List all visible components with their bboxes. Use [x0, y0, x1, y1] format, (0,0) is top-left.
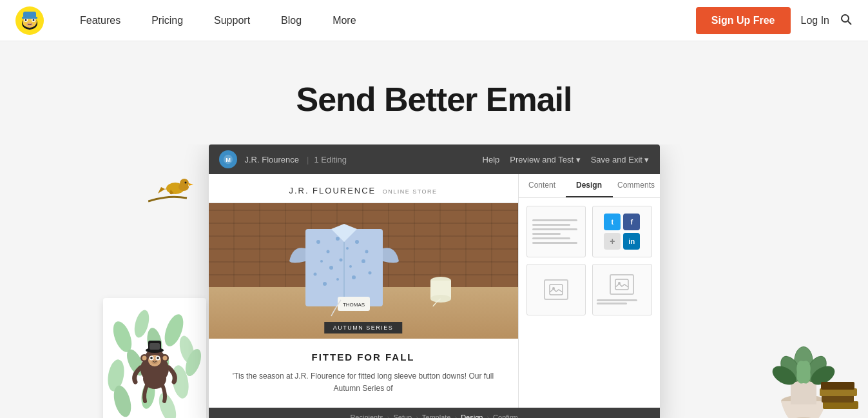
breadcrumb-recipients[interactable]: Recipients [350, 413, 383, 418]
app-editing-status: 1 Editing [314, 155, 347, 164]
svg-point-61 [313, 273, 316, 276]
text-line-4 [532, 233, 561, 235]
svg-point-52 [336, 237, 340, 241]
img-text-line-1 [597, 299, 637, 301]
block-image-text[interactable] [592, 264, 652, 315]
svg-rect-93 [821, 382, 854, 390]
text-line-2 [532, 224, 571, 226]
nav-links: Features Pricing Support Blog More [64, 0, 696, 41]
navbar-right: Sign Up Free Log In [696, 7, 853, 34]
email-brand-header: J.R. Flourence Online Store [209, 174, 518, 203]
svg-rect-44 [149, 343, 160, 350]
svg-text:THOMAS: THOMAS [342, 302, 364, 308]
nav-more[interactable]: More [317, 0, 371, 41]
image-block-preview [527, 264, 586, 315]
tab-design[interactable]: Design [566, 174, 613, 197]
block-image[interactable] [526, 264, 586, 315]
text-line-6 [532, 242, 578, 244]
nav-features[interactable]: Features [64, 0, 136, 41]
svg-point-56 [320, 260, 323, 263]
breadcrumb-design[interactable]: Design [461, 413, 483, 418]
svg-text:M: M [226, 157, 231, 163]
navbar: Features Pricing Support Blog More Sign … [0, 0, 868, 41]
breadcrumb-sep-3: › [454, 413, 457, 418]
image-placeholder [544, 279, 568, 300]
svg-point-51 [326, 250, 329, 254]
nav-pricing[interactable]: Pricing [136, 0, 198, 41]
email-content-title: Fitted for Fall [222, 352, 505, 363]
mockup-area: M J.R. Flourence | 1 Editing Help Previe… [0, 144, 868, 418]
left-decoration [0, 169, 213, 418]
app-body: J.R. Flourence Online Store [209, 174, 660, 408]
linkedin-icon: in [623, 233, 640, 250]
svg-point-15 [185, 182, 187, 184]
text-block-preview [527, 214, 586, 249]
nav-blog[interactable]: Blog [265, 0, 317, 41]
panel-tabs: Content Design Comments [519, 174, 660, 198]
breadcrumb-template[interactable]: Template [422, 413, 451, 418]
img-text-line-2 [597, 303, 627, 304]
tab-content[interactable]: Content [519, 174, 566, 197]
email-brand-name: J.R. Flourence [289, 186, 376, 195]
design-panel: Content Design Comments [518, 174, 660, 408]
logo[interactable] [15, 6, 44, 35]
block-social[interactable]: t f + in [592, 206, 652, 257]
svg-point-50 [316, 240, 320, 244]
twitter-icon: t [604, 214, 621, 230]
svg-point-39 [142, 356, 147, 361]
add-social-icon: + [604, 233, 621, 250]
bird-decoration [148, 169, 200, 208]
app-help-button[interactable]: Help [483, 155, 500, 164]
social-block-preview: t f + in [599, 208, 645, 255]
svg-point-64 [352, 275, 356, 279]
app-toolbar-actions: Help Preview and Test ▾ Save and Exit ▾ [483, 155, 650, 164]
breadcrumb-sep-2: › [416, 413, 418, 418]
svg-point-63 [336, 278, 339, 281]
svg-point-10 [842, 15, 849, 22]
image-text-placeholder [610, 274, 634, 295]
email-product-image: THOMAS Autu [209, 203, 518, 339]
svg-rect-72 [550, 284, 563, 295]
svg-point-36 [157, 357, 159, 360]
app-footer-breadcrumb: Recipients › Setup › Template › Design ›… [209, 408, 660, 418]
app-preview-button[interactable]: Preview and Test ▾ [510, 155, 580, 164]
email-preview: J.R. Flourence Online Store [209, 174, 518, 408]
svg-point-14 [180, 179, 189, 188]
autumn-series-badge: Autumn Series [324, 322, 403, 333]
image-text-block-preview [593, 270, 651, 310]
app-toolbar: M J.R. Flourence | 1 Editing Help Previe… [209, 144, 660, 174]
svg-point-54 [355, 240, 359, 244]
svg-point-37 [151, 360, 158, 364]
text-line-5 [532, 237, 571, 239]
hero-title: Send Better Email [13, 80, 855, 119]
design-blocks-grid: t f + in [519, 198, 660, 323]
svg-point-58 [339, 259, 342, 262]
svg-line-11 [848, 21, 851, 25]
block-text[interactable] [526, 206, 586, 257]
svg-rect-74 [615, 279, 628, 290]
breadcrumb-sep-1: › [387, 413, 390, 418]
svg-point-60 [362, 259, 365, 263]
email-content-area: Fitted for Fall 'Tis the season at J.R. … [209, 339, 518, 408]
svg-rect-9 [22, 17, 37, 19]
login-button[interactable]: Log In [801, 15, 829, 26]
facebook-icon: f [623, 214, 640, 230]
svg-point-35 [150, 357, 153, 360]
svg-point-53 [346, 247, 349, 250]
text-line-3 [532, 228, 578, 230]
app-username: J.R. Flourence [245, 155, 300, 164]
breadcrumb-setup[interactable]: Setup [393, 413, 412, 418]
tab-comments[interactable]: Comments [613, 174, 660, 197]
signup-button[interactable]: Sign Up Free [696, 7, 791, 34]
right-decoration [726, 169, 868, 418]
search-icon[interactable] [840, 13, 853, 28]
breadcrumb-confirm[interactable]: Confirm [493, 413, 518, 418]
svg-point-59 [349, 265, 352, 268]
text-line-1 [532, 219, 578, 221]
greeting-card-decoration [103, 298, 206, 418]
app-save-exit-button[interactable]: Save and Exit ▾ [591, 155, 650, 164]
hero-section: Send Better Email [0, 41, 868, 144]
svg-point-65 [368, 272, 371, 275]
app-divider: | [307, 155, 309, 164]
nav-support[interactable]: Support [198, 0, 265, 41]
